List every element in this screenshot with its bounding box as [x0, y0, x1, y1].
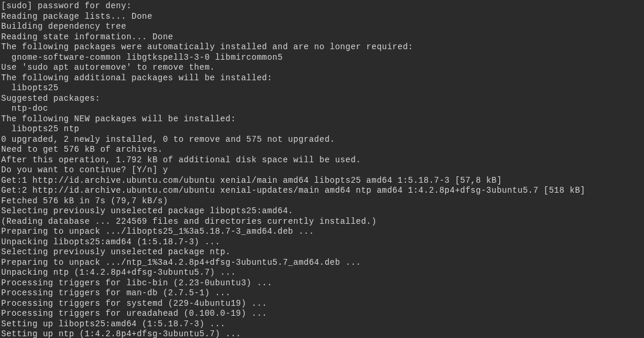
terminal-line: Building dependency tree: [1, 22, 643, 32]
terminal-line: Processing triggers for systemd (229-4ub…: [1, 299, 643, 309]
terminal-line: The following additional packages will b…: [1, 73, 643, 84]
terminal-line: gnome-software-common libgtkspell3-3-0 l…: [1, 53, 643, 63]
terminal-line: Selecting previously unselected package …: [1, 247, 643, 258]
terminal-line: 0 upgraded, 2 newly installed, 0 to remo…: [1, 135, 643, 145]
terminal-line: Preparing to unpack .../libopts25_1%3a5.…: [1, 227, 643, 237]
terminal-line: Processing triggers for man-db (2.7.5-1)…: [1, 288, 643, 299]
terminal-output[interactable]: [sudo] password for deny: Reading packag…: [1, 1, 643, 338]
terminal-line: [sudo] password for deny:: [1, 1, 643, 12]
terminal-line: (Reading database ... 224569 files and d…: [1, 217, 643, 227]
terminal-line: Reading package lists... Done: [1, 12, 643, 22]
terminal-line: Unpacking ntp (1:4.2.8p4+dfsg-3ubuntu5.7…: [1, 268, 643, 278]
terminal-line: ntp-doc: [1, 104, 643, 114]
terminal-line: Preparing to unpack .../ntp_1%3a4.2.8p4+…: [1, 258, 643, 268]
terminal-line: libopts25: [1, 83, 643, 94]
terminal-line: The following NEW packages will be insta…: [1, 114, 643, 125]
terminal-line: The following packages were automaticall…: [1, 42, 643, 53]
terminal-line: Setting up libopts25:amd64 (1:5.18.7-3) …: [1, 319, 643, 330]
terminal-line: libopts25 ntp: [1, 124, 643, 135]
terminal-line: Setting up ntp (1:4.2.8p4+dfsg-3ubuntu5.…: [1, 329, 643, 338]
terminal-line: Need to get 576 kB of archives.: [1, 145, 643, 155]
terminal-line: Processing triggers for ureadahead (0.10…: [1, 309, 643, 319]
terminal-line: Use 'sudo apt autoremove' to remove them…: [1, 63, 643, 73]
terminal-line: Selecting previously unselected package …: [1, 206, 643, 217]
terminal-line: Get:1 http://id.archive.ubuntu.com/ubunt…: [1, 176, 643, 186]
terminal-line: Fetched 576 kB in 7s (79,7 kB/s): [1, 196, 643, 207]
terminal-line: Do you want to continue? [Y/n] y: [1, 165, 643, 176]
terminal-line: After this operation, 1.792 kB of additi…: [1, 155, 643, 166]
terminal-line: Reading state information... Done: [1, 32, 643, 43]
terminal-line: Processing triggers for libc-bin (2.23-0…: [1, 278, 643, 289]
terminal-line: Get:2 http://id.archive.ubuntu.com/ubunt…: [1, 186, 643, 196]
terminal-line: Unpacking libopts25:amd64 (1:5.18.7-3) .…: [1, 237, 643, 248]
terminal-line: Suggested packages:: [1, 94, 643, 104]
